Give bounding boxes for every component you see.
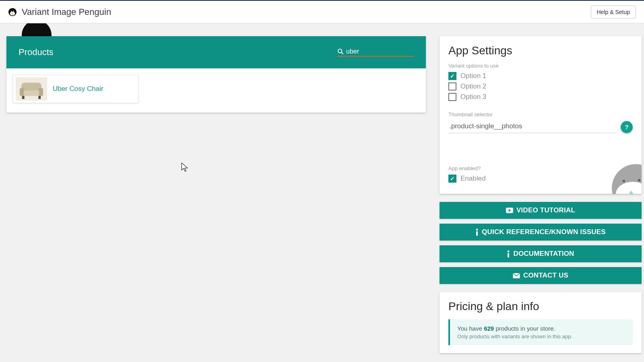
products-panel: Products bbox=[6, 36, 426, 113]
svg-point-22 bbox=[508, 251, 510, 253]
quick-reference-label: QUICK REFERENCE/KNOWN ISSUES bbox=[482, 228, 606, 236]
option-2-label: Option 2 bbox=[460, 82, 486, 90]
thumbnail-selector-section: Thumbnail selector ? bbox=[448, 111, 633, 133]
pricing-suffix: products in your store. bbox=[494, 325, 555, 332]
side-column: App Settings Variant options to use Opti… bbox=[440, 36, 642, 353]
product-card[interactable]: Uber Cosy Chair bbox=[13, 75, 138, 103]
svg-rect-11 bbox=[22, 96, 25, 99]
products-title: Products bbox=[19, 47, 54, 58]
pricing-count: 629 bbox=[484, 325, 494, 332]
option-row-3[interactable]: Option 3 bbox=[448, 93, 633, 101]
topbar: Variant Image Penguin Help & Setup bbox=[0, 1, 644, 23]
checkbox-option-3[interactable] bbox=[448, 93, 456, 101]
help-icon[interactable]: ? bbox=[621, 121, 633, 133]
svg-rect-21 bbox=[476, 231, 478, 236]
info-icon bbox=[507, 250, 510, 257]
option-row-1[interactable]: Option 1 bbox=[448, 72, 633, 80]
viewport: Products bbox=[0, 23, 644, 362]
documentation-label: DOCUMENTATION bbox=[513, 250, 574, 258]
option-3-label: Option 3 bbox=[460, 93, 486, 101]
svg-rect-23 bbox=[508, 253, 509, 257]
svg-rect-12 bbox=[38, 96, 41, 99]
penguin-corner-icon bbox=[608, 160, 642, 194]
help-setup-button[interactable]: Help & Setup bbox=[591, 6, 636, 19]
video-tutorial-label: VIDEO TUTORIAL bbox=[516, 206, 575, 214]
enabled-text: Enabled bbox=[460, 175, 485, 183]
info-icon bbox=[475, 228, 479, 236]
pricing-subtext: Only products with variants are shown in… bbox=[457, 333, 625, 339]
topbar-left: Variant Image Penguin bbox=[8, 7, 111, 17]
contact-us-button[interactable]: CONTACT US bbox=[440, 267, 642, 284]
settings-title: App Settings bbox=[448, 44, 633, 57]
svg-point-4 bbox=[13, 11, 14, 12]
pricing-notice: You have 629 products in your store. Onl… bbox=[448, 319, 633, 345]
documentation-button[interactable]: DOCUMENTATION bbox=[440, 245, 642, 262]
search-icon bbox=[337, 48, 344, 55]
variant-options-label: Variant options to use bbox=[448, 63, 633, 69]
product-thumb bbox=[16, 77, 47, 101]
video-icon bbox=[506, 208, 513, 213]
product-name: Uber Cosy Chair bbox=[53, 85, 103, 93]
search-input[interactable] bbox=[346, 48, 414, 55]
svg-rect-10 bbox=[24, 90, 39, 96]
pricing-prefix: You have bbox=[457, 325, 484, 332]
content: Products bbox=[0, 23, 644, 353]
pricing-title: Pricing & plan info bbox=[448, 300, 633, 313]
app-enabled-section: App enabled? Enabled bbox=[448, 165, 633, 183]
svg-point-15 bbox=[623, 180, 625, 182]
quick-reference-button[interactable]: QUICK REFERENCE/KNOWN ISSUES bbox=[440, 224, 642, 241]
pricing-panel: Pricing & plan info You have 629 product… bbox=[440, 292, 642, 353]
svg-point-5 bbox=[338, 49, 342, 53]
app-title: Variant Image Penguin bbox=[22, 7, 111, 17]
checkbox-option-1[interactable] bbox=[448, 72, 456, 80]
products-header: Products bbox=[6, 36, 426, 68]
option-1-label: Option 1 bbox=[460, 72, 486, 80]
search-field[interactable] bbox=[337, 48, 414, 57]
checkbox-enabled[interactable] bbox=[448, 175, 456, 183]
svg-point-16 bbox=[638, 179, 640, 181]
svg-point-3 bbox=[11, 11, 12, 12]
svg-line-6 bbox=[341, 52, 343, 54]
mail-icon bbox=[513, 273, 520, 278]
contact-us-label: CONTACT US bbox=[523, 272, 568, 280]
svg-point-20 bbox=[476, 229, 478, 231]
mouse-cursor-icon bbox=[181, 162, 188, 172]
app-enabled-label: App enabled? bbox=[448, 165, 633, 171]
option-row-2[interactable]: Option 2 bbox=[448, 82, 633, 90]
video-tutorial-button[interactable]: VIDEO TUTORIAL bbox=[440, 202, 642, 219]
thumbnail-selector-label: Thumbnail selector bbox=[448, 111, 633, 117]
thumbnail-selector-input[interactable] bbox=[448, 121, 616, 133]
enabled-row[interactable]: Enabled bbox=[448, 175, 633, 183]
main-column: Products bbox=[6, 36, 426, 113]
settings-panel: App Settings Variant options to use Opti… bbox=[440, 36, 642, 194]
products-list: Uber Cosy Chair bbox=[6, 68, 426, 109]
checkbox-option-2[interactable] bbox=[448, 82, 456, 90]
app-logo-icon bbox=[8, 8, 17, 16]
